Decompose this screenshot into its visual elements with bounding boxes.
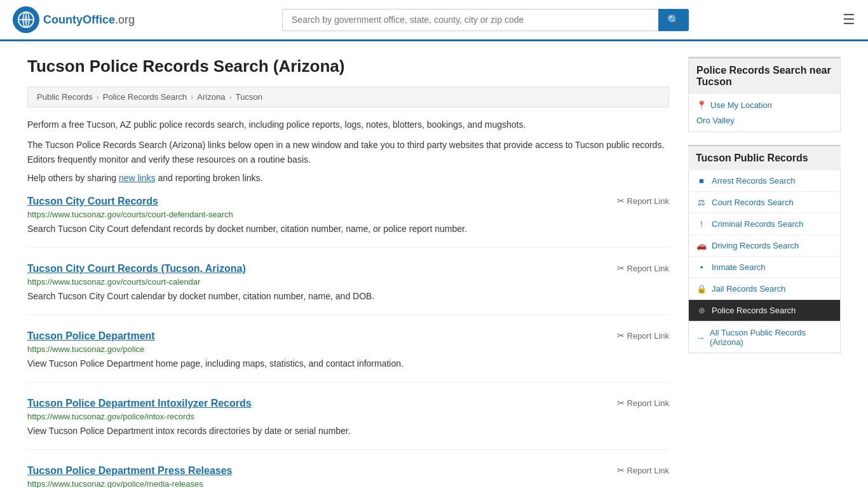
description-para2: The Tucson Police Records Search (Arizon…: [27, 138, 669, 166]
sidebar-item-police-records-search[interactable]: ⊕ Police Records Search: [689, 300, 840, 322]
result-desc: View Tucson Police Department home page,…: [27, 357, 669, 370]
sidebar-item-link[interactable]: 🔒 Jail Records Search: [689, 278, 840, 299]
result-url: https://www.tucsonaz.gov/courts/court-de…: [27, 210, 669, 219]
report-label: Report Link: [627, 331, 669, 341]
location-pin-icon: 📍: [696, 100, 707, 110]
logo-tld: .org: [115, 13, 135, 26]
share-text: Help others by sharing: [27, 173, 116, 183]
sidebar-item-link[interactable]: ▪ Inmate Search: [689, 257, 840, 278]
description-para1: Perform a free Tucson, AZ public police …: [27, 118, 669, 132]
result-url: https://www.tucsonaz.gov/police: [27, 344, 669, 354]
result-title-link[interactable]: Tucson City Court Records (Tucson, Arizo…: [27, 263, 246, 274]
breadcrumb-police-records[interactable]: Police Records Search: [103, 92, 187, 102]
result-item: Tucson Police Department Press Releases …: [27, 465, 669, 488]
report-icon: ✂: [617, 196, 625, 206]
sidebar-icon: !: [696, 219, 707, 229]
result-url: https://www.tucsonaz.gov/police/media-re…: [27, 479, 669, 488]
new-links-link[interactable]: new links: [119, 173, 156, 183]
result-item: Tucson Police Department ✂ Report Link h…: [27, 330, 669, 383]
report-link[interactable]: ✂ Report Link: [617, 196, 669, 206]
sidebar-item-court-records-search[interactable]: ⚖ Court Records Search: [689, 192, 840, 214]
all-records-item[interactable]: → All Tucson Public Records (Arizona): [689, 322, 840, 353]
sidebar-item-label: Court Records Search: [712, 198, 794, 207]
search-bar: 🔍: [282, 9, 689, 31]
breadcrumb-arizona[interactable]: Arizona: [197, 92, 225, 102]
result-desc: Search Tucson City Court defendant recor…: [27, 222, 669, 236]
page-wrap: Tucson Police Records Search (Arizona) P…: [15, 41, 853, 488]
result-url: https://www.tucsonaz.gov/police/intox-re…: [27, 412, 669, 421]
arrow-icon: →: [696, 333, 705, 342]
logo-text: CountyOffice.org: [43, 13, 135, 27]
result-url: https://www.tucsonaz.gov/courts/court-ca…: [27, 277, 669, 287]
report-label: Report Link: [627, 398, 669, 408]
sidebar-item-label: Criminal Records Search: [712, 219, 804, 229]
result-title-link[interactable]: Tucson Police Department: [27, 330, 155, 342]
all-records-link[interactable]: → All Tucson Public Records (Arizona): [689, 322, 840, 353]
sidebar-item-label: Jail Records Search: [712, 284, 785, 294]
report-icon: ✂: [617, 263, 625, 273]
sidebar-item-driving-records-search[interactable]: 🚗 Driving Records Search: [689, 235, 840, 257]
result-item: Tucson Police Department Intoxilyzer Rec…: [27, 398, 669, 450]
sidebar-item-link[interactable]: ! Criminal Records Search: [689, 214, 840, 234]
sidebar-icon: ▪: [696, 262, 707, 272]
result-header: Tucson Police Department Intoxilyzer Rec…: [27, 398, 669, 409]
sidebar-icon: 🔒: [696, 284, 707, 294]
breadcrumb-sep-2: ›: [191, 92, 193, 102]
breadcrumb: Public Records › Police Records Search ›…: [27, 86, 669, 107]
report-icon: ✂: [617, 330, 625, 341]
oro-valley-link[interactable]: Oro Valley: [696, 116, 735, 125]
logo-icon: [13, 6, 39, 33]
sidebar-item-link[interactable]: ⚖ Court Records Search: [689, 192, 840, 213]
header: CountyOffice.org 🔍 ☰: [0, 0, 868, 41]
result-header: Tucson Police Department ✂ Report Link: [27, 330, 669, 342]
result-header: Tucson City Court Records ✂ Report Link: [27, 196, 669, 207]
breadcrumb-public-records[interactable]: Public Records: [37, 92, 92, 102]
sidebar-item-criminal-records-search[interactable]: ! Criminal Records Search: [689, 214, 840, 235]
sidebar-icon: 🚗: [696, 241, 707, 250]
logo-link[interactable]: CountyOffice.org: [13, 6, 135, 33]
results-list: Tucson City Court Records ✂ Report Link …: [27, 196, 669, 488]
report-link[interactable]: ✂ Report Link: [617, 263, 669, 273]
page-title: Tucson Police Records Search (Arizona): [27, 57, 669, 76]
near-section: Police Records Search near Tucson 📍 Use …: [688, 57, 841, 132]
sidebar-item-jail-records-search[interactable]: 🔒 Jail Records Search: [689, 278, 840, 300]
sidebar-item-label: Police Records Search: [712, 306, 796, 315]
sidebar-icon: ⊕: [696, 306, 707, 315]
result-title-link[interactable]: Tucson City Court Records: [27, 196, 158, 207]
sidebar-item-arrest-records-search[interactable]: ■ Arrest Records Search: [689, 170, 840, 192]
breadcrumb-sep-3: ›: [229, 92, 231, 102]
main-content: Tucson Police Records Search (Arizona) P…: [27, 57, 669, 488]
sidebar-item-label: Inmate Search: [712, 262, 766, 272]
report-link[interactable]: ✂ Report Link: [617, 330, 669, 341]
sidebar-item-link[interactable]: ■ Arrest Records Search: [689, 170, 840, 191]
sidebar-item-label: Driving Records Search: [712, 241, 799, 250]
result-item: Tucson City Court Records (Tucson, Arizo…: [27, 263, 669, 315]
sidebar-list: ■ Arrest Records Search ⚖ Court Records …: [688, 170, 841, 353]
sidebar-item-link[interactable]: 🚗 Driving Records Search: [689, 235, 840, 256]
result-title-link[interactable]: Tucson Police Department Press Releases: [27, 465, 233, 477]
sidebar-item-link[interactable]: ⊕ Police Records Search: [689, 300, 840, 321]
breadcrumb-sep-1: ›: [96, 92, 98, 102]
result-item: Tucson City Court Records ✂ Report Link …: [27, 196, 669, 248]
use-my-location[interactable]: 📍 Use My Location: [696, 100, 832, 110]
near-body: 📍 Use My Location Oro Valley: [689, 94, 840, 132]
use-my-location-label: Use My Location: [710, 100, 772, 110]
sidebar-item-inmate-search[interactable]: ▪ Inmate Search: [689, 257, 840, 278]
result-desc: View Tucson Police Department intox reco…: [27, 424, 669, 438]
report-link[interactable]: ✂ Report Link: [617, 465, 669, 475]
report-link[interactable]: ✂ Report Link: [617, 398, 669, 408]
breadcrumb-current: Tucson: [236, 92, 262, 102]
menu-button[interactable]: ☰: [843, 11, 855, 28]
result-header: Tucson City Court Records (Tucson, Arizo…: [27, 263, 669, 274]
report-label: Report Link: [627, 466, 669, 475]
search-button[interactable]: 🔍: [658, 9, 689, 31]
logo-name-part: CountyOffice: [43, 13, 115, 26]
share-after-text: and reporting broken links.: [158, 173, 262, 183]
sidebar-item-label: Arrest Records Search: [712, 176, 796, 186]
share-line: Help others by sharing new links and rep…: [27, 173, 669, 183]
public-records-section: Tucson Public Records ■ Arrest Records S…: [688, 145, 841, 353]
near-heading: Police Records Search near Tucson: [689, 57, 840, 94]
search-input[interactable]: [282, 9, 658, 31]
result-title-link[interactable]: Tucson Police Department Intoxilyzer Rec…: [27, 398, 252, 409]
report-icon: ✂: [617, 398, 625, 408]
